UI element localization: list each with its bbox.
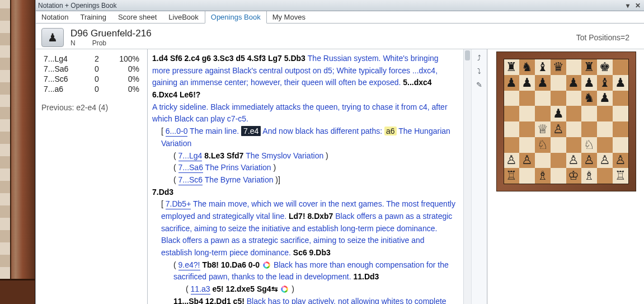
board-square[interactable]	[551, 153, 566, 169]
board-square[interactable]	[597, 137, 613, 153]
board-square[interactable]: ♟	[551, 106, 566, 121]
board-square[interactable]	[566, 137, 582, 153]
board-square[interactable]: ♟	[504, 75, 520, 91]
board-square[interactable]: ♙	[566, 153, 582, 169]
board-square[interactable]	[504, 91, 520, 106]
board-square[interactable]	[566, 91, 582, 106]
board-square[interactable]: ♙	[519, 153, 535, 169]
board-square[interactable]: ♙	[504, 153, 520, 169]
board-square[interactable]: ♜	[581, 59, 597, 75]
table-row[interactable]: 7...Sc600%	[41, 74, 142, 84]
previous-line[interactable]: Previous: e2-e4 (4)	[41, 103, 142, 112]
board-square[interactable]	[504, 121, 520, 137]
board-square[interactable]: ♕	[535, 121, 551, 137]
board-square[interactable]: ♙	[581, 153, 597, 169]
board-square[interactable]	[566, 106, 582, 121]
tab-training[interactable]: Training	[74, 11, 112, 23]
board-square[interactable]: ♟	[597, 91, 613, 106]
board-square[interactable]: ♙	[597, 153, 613, 169]
close-icon[interactable]: ✕	[634, 2, 642, 10]
board-square[interactable]	[551, 137, 566, 153]
share-in-icon[interactable]: ⤵	[474, 66, 485, 76]
board-square[interactable]: ♘	[581, 137, 597, 153]
board-square[interactable]	[535, 153, 551, 169]
board-square[interactable]: ♟	[535, 75, 551, 91]
moves-text[interactable]: Ld7! 8.Dxb7	[286, 212, 335, 221]
tab-livebook[interactable]: LiveBook	[163, 11, 204, 23]
board-square[interactable]	[566, 59, 582, 75]
board-square[interactable]	[551, 75, 566, 91]
board-square[interactable]	[551, 168, 566, 184]
board-square[interactable]	[581, 106, 597, 121]
tab-notation[interactable]: Notation	[36, 11, 74, 23]
board-square[interactable]	[551, 91, 566, 106]
board-square[interactable]	[613, 137, 628, 153]
board-square[interactable]	[613, 59, 628, 75]
board-square[interactable]: ♛	[551, 59, 566, 75]
board-square[interactable]: ♝	[535, 59, 551, 75]
board-square[interactable]	[597, 168, 613, 184]
annotate-icon[interactable]: ✎	[474, 79, 485, 90]
moves-text[interactable]: e5! 12.dxe5 Sg4⇆	[210, 284, 280, 293]
board-square[interactable]: ♗	[535, 168, 551, 184]
tab-scoresheet[interactable]: Score sheet	[112, 11, 163, 23]
board-square[interactable]	[519, 91, 535, 106]
board-square[interactable]	[504, 137, 520, 153]
board-square[interactable]	[535, 91, 551, 106]
highlight-move[interactable]: a6	[384, 127, 397, 135]
board-square[interactable]	[519, 168, 535, 184]
table-row[interactable]: 7...a600%	[41, 84, 142, 94]
board-square[interactable]	[519, 137, 535, 153]
board-square[interactable]: ♞	[581, 91, 597, 106]
board-square[interactable]	[566, 121, 582, 137]
variation-link[interactable]: 7...Lg4	[178, 151, 203, 161]
board-square[interactable]	[613, 121, 628, 137]
board-square[interactable]: ♖	[613, 168, 628, 184]
board-square[interactable]: ♗	[581, 168, 597, 184]
board-square[interactable]: ♟	[566, 75, 582, 91]
board-square[interactable]: ♙	[551, 121, 566, 137]
board-square[interactable]: ♝	[597, 75, 613, 91]
moves-text[interactable]: 1.d4 Sf6 2.c4 g6 3.Sc3 d5 4.Sf3 Lg7 5.Db…	[152, 54, 308, 63]
board-square[interactable]: ♔	[566, 168, 582, 184]
board-square[interactable]: ♟	[613, 75, 628, 91]
minimize-icon[interactable]: ▾	[624, 2, 632, 10]
board-square[interactable]	[597, 106, 613, 121]
notation-scrollbar[interactable]	[463, 49, 471, 304]
moves-text[interactable]: 7.Dd3	[152, 188, 173, 197]
notation-text[interactable]: 1.d4 Sf6 2.c4 g6 3.Sc3 d5 4.Sf3 Lg7 5.Db…	[148, 49, 463, 304]
variation-link[interactable]: 9.e4?!	[178, 260, 200, 270]
variation-link[interactable]: 11.a3	[191, 284, 210, 294]
current-move-box[interactable]: 7.e4	[241, 126, 261, 136]
board-square[interactable]: ♞	[519, 59, 535, 75]
board-square[interactable]	[613, 106, 628, 121]
table-row[interactable]: 7...Sa600%	[41, 64, 142, 74]
board-square[interactable]	[519, 106, 535, 121]
variation-link[interactable]: 7...Sa6	[178, 163, 203, 173]
board-square[interactable]: ♙	[613, 153, 628, 169]
moves-text[interactable]: Sc6 9.Db3	[291, 248, 331, 257]
board-square[interactable]: ♖	[504, 168, 520, 184]
moves-text[interactable]: 11...Sb4 12.Dd1 c5!	[173, 297, 247, 304]
board-square[interactable]	[504, 106, 520, 121]
board-square[interactable]	[519, 121, 535, 137]
variation-link[interactable]: 7...Sc6	[178, 175, 203, 185]
tab-my-moves[interactable]: My Moves	[267, 11, 312, 23]
board-square[interactable]	[597, 121, 613, 137]
board-square[interactable]: ♚	[597, 59, 613, 75]
board-square[interactable]: ♟	[519, 75, 535, 91]
moves-text[interactable]: Tb8! 10.Da6 0-0	[200, 260, 262, 269]
scrollbar-thumb[interactable]	[465, 50, 470, 60]
board-square[interactable]	[613, 91, 628, 106]
board-square[interactable]	[581, 121, 597, 137]
moves-text[interactable]: 8.Le3 Sfd7	[202, 151, 246, 160]
moves-text[interactable]: 11.Dd3	[351, 272, 379, 281]
share-out-icon[interactable]: ⤴	[474, 53, 485, 63]
board-square[interactable]: ♘	[535, 137, 551, 153]
table-row[interactable]: 7...Lg42100%	[41, 54, 142, 64]
board-square[interactable]: ♜	[504, 59, 520, 75]
tab-openings-book[interactable]: Openings Book	[205, 11, 267, 24]
board-square[interactable]: ♟	[581, 75, 597, 91]
chess-board[interactable]: ♜♞♝♛♜♚♟♟♟♟♟♝♟♞♟♟♕♙♘♘♙♙♙♙♙♙♖♗♔♗♖	[504, 59, 629, 184]
variation-link[interactable]: 7.Db5+	[166, 199, 191, 209]
